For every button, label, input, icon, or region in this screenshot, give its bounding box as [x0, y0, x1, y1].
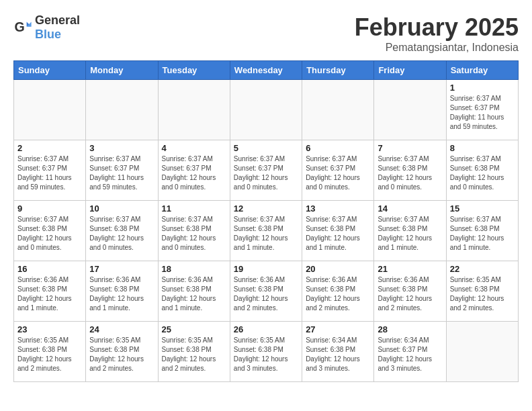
day-number: 20: [306, 264, 370, 274]
day-info: Sunrise: 6:37 AM Sunset: 6:37 PM Dayligh…: [234, 154, 298, 192]
day-info: Sunrise: 6:37 AM Sunset: 6:37 PM Dayligh…: [450, 94, 515, 132]
day-number: 15: [450, 203, 515, 214]
day-header-sunday: Sunday: [14, 61, 86, 80]
day-info: Sunrise: 6:36 AM Sunset: 6:38 PM Dayligh…: [162, 275, 226, 313]
day-info: Sunrise: 6:37 AM Sunset: 6:38 PM Dayligh…: [450, 154, 515, 192]
calendar: SundayMondayTuesdayWednesdayThursdayFrid…: [13, 60, 519, 382]
calendar-cell: 7Sunrise: 6:37 AM Sunset: 6:38 PM Daylig…: [374, 140, 446, 201]
day-info: Sunrise: 6:36 AM Sunset: 6:38 PM Dayligh…: [89, 275, 154, 313]
day-number: 7: [378, 143, 442, 153]
calendar-cell: [86, 80, 158, 140]
day-info: Sunrise: 6:36 AM Sunset: 6:38 PM Dayligh…: [378, 275, 442, 313]
page-header: G General Blue February 2025 Pematangsia…: [13, 13, 519, 54]
day-number: 17: [89, 264, 154, 274]
calendar-week-row: 2Sunrise: 6:37 AM Sunset: 6:37 PM Daylig…: [14, 140, 519, 201]
calendar-cell: 3Sunrise: 6:37 AM Sunset: 6:37 PM Daylig…: [86, 140, 158, 201]
day-info: Sunrise: 6:37 AM Sunset: 6:37 PM Dayligh…: [17, 154, 82, 192]
calendar-cell: 13Sunrise: 6:37 AM Sunset: 6:38 PM Dayli…: [302, 201, 374, 261]
calendar-cell: 12Sunrise: 6:37 AM Sunset: 6:38 PM Dayli…: [230, 201, 302, 261]
calendar-cell: [158, 80, 230, 140]
calendar-cell: 5Sunrise: 6:37 AM Sunset: 6:37 PM Daylig…: [230, 140, 302, 201]
day-number: 12: [234, 203, 298, 214]
calendar-week-row: 9Sunrise: 6:37 AM Sunset: 6:38 PM Daylig…: [14, 201, 519, 261]
location-title: Pematangsiantar, Indonesia: [355, 42, 519, 54]
calendar-cell: 1Sunrise: 6:37 AM Sunset: 6:37 PM Daylig…: [446, 80, 518, 140]
day-header-thursday: Thursday: [302, 61, 374, 80]
day-info: Sunrise: 6:37 AM Sunset: 6:38 PM Dayligh…: [306, 215, 370, 253]
calendar-cell: 4Sunrise: 6:37 AM Sunset: 6:37 PM Daylig…: [158, 140, 230, 201]
calendar-cell: 18Sunrise: 6:36 AM Sunset: 6:38 PM Dayli…: [158, 261, 230, 322]
day-info: Sunrise: 6:36 AM Sunset: 6:38 PM Dayligh…: [234, 275, 298, 313]
logo: G General Blue: [13, 13, 80, 42]
day-info: Sunrise: 6:34 AM Sunset: 6:37 PM Dayligh…: [378, 336, 442, 373]
day-info: Sunrise: 6:37 AM Sunset: 6:38 PM Dayligh…: [17, 215, 82, 253]
day-number: 2: [17, 143, 82, 153]
calendar-cell: 11Sunrise: 6:37 AM Sunset: 6:38 PM Dayli…: [158, 201, 230, 261]
day-header-saturday: Saturday: [446, 61, 518, 80]
title-area: February 2025 Pematangsiantar, Indonesia: [355, 13, 519, 54]
calendar-cell: 17Sunrise: 6:36 AM Sunset: 6:38 PM Dayli…: [86, 261, 158, 322]
logo-text-blue: Blue: [35, 28, 61, 41]
day-number: 3: [89, 143, 154, 153]
day-number: 9: [17, 203, 82, 214]
day-number: 11: [162, 203, 226, 214]
day-info: Sunrise: 6:37 AM Sunset: 6:38 PM Dayligh…: [378, 154, 442, 192]
day-number: 16: [17, 264, 82, 274]
calendar-cell: 22Sunrise: 6:35 AM Sunset: 6:38 PM Dayli…: [446, 261, 518, 322]
day-info: Sunrise: 6:37 AM Sunset: 6:38 PM Dayligh…: [89, 215, 154, 253]
calendar-cell: 14Sunrise: 6:37 AM Sunset: 6:38 PM Dayli…: [374, 201, 446, 261]
month-title: February 2025: [355, 13, 519, 42]
logo-icon: G: [13, 18, 32, 37]
day-header-wednesday: Wednesday: [230, 61, 302, 80]
calendar-cell: [374, 80, 446, 140]
calendar-cell: 28Sunrise: 6:34 AM Sunset: 6:37 PM Dayli…: [374, 322, 446, 382]
calendar-week-row: 23Sunrise: 6:35 AM Sunset: 6:38 PM Dayli…: [14, 322, 519, 382]
calendar-cell: [14, 80, 86, 140]
day-header-monday: Monday: [86, 61, 158, 80]
calendar-cell: 16Sunrise: 6:36 AM Sunset: 6:38 PM Dayli…: [14, 261, 86, 322]
day-number: 19: [234, 264, 298, 274]
calendar-cell: 26Sunrise: 6:35 AM Sunset: 6:38 PM Dayli…: [230, 322, 302, 382]
day-info: Sunrise: 6:37 AM Sunset: 6:37 PM Dayligh…: [89, 154, 154, 192]
day-info: Sunrise: 6:37 AM Sunset: 6:37 PM Dayligh…: [306, 154, 370, 192]
calendar-week-row: 16Sunrise: 6:36 AM Sunset: 6:38 PM Dayli…: [14, 261, 519, 322]
day-info: Sunrise: 6:36 AM Sunset: 6:38 PM Dayligh…: [17, 275, 82, 313]
calendar-cell: 10Sunrise: 6:37 AM Sunset: 6:38 PM Dayli…: [86, 201, 158, 261]
day-info: Sunrise: 6:35 AM Sunset: 6:38 PM Dayligh…: [162, 336, 226, 373]
day-info: Sunrise: 6:37 AM Sunset: 6:38 PM Dayligh…: [378, 215, 442, 253]
calendar-cell: 15Sunrise: 6:37 AM Sunset: 6:38 PM Dayli…: [446, 201, 518, 261]
day-number: 24: [89, 324, 154, 334]
calendar-cell: 19Sunrise: 6:36 AM Sunset: 6:38 PM Dayli…: [230, 261, 302, 322]
day-header-friday: Friday: [374, 61, 446, 80]
calendar-cell: 27Sunrise: 6:34 AM Sunset: 6:38 PM Dayli…: [302, 322, 374, 382]
day-info: Sunrise: 6:37 AM Sunset: 6:37 PM Dayligh…: [162, 154, 226, 192]
day-info: Sunrise: 6:35 AM Sunset: 6:38 PM Dayligh…: [450, 275, 515, 313]
calendar-cell: [446, 322, 518, 382]
day-info: Sunrise: 6:37 AM Sunset: 6:38 PM Dayligh…: [162, 215, 226, 253]
calendar-week-row: 1Sunrise: 6:37 AM Sunset: 6:37 PM Daylig…: [14, 80, 519, 140]
calendar-cell: 21Sunrise: 6:36 AM Sunset: 6:38 PM Dayli…: [374, 261, 446, 322]
calendar-cell: 23Sunrise: 6:35 AM Sunset: 6:38 PM Dayli…: [14, 322, 86, 382]
calendar-cell: 8Sunrise: 6:37 AM Sunset: 6:38 PM Daylig…: [446, 140, 518, 201]
calendar-cell: 25Sunrise: 6:35 AM Sunset: 6:38 PM Dayli…: [158, 322, 230, 382]
calendar-cell: 9Sunrise: 6:37 AM Sunset: 6:38 PM Daylig…: [14, 201, 86, 261]
calendar-cell: [302, 80, 374, 140]
day-number: 18: [162, 264, 226, 274]
day-number: 22: [450, 264, 515, 274]
calendar-cell: 2Sunrise: 6:37 AM Sunset: 6:37 PM Daylig…: [14, 140, 86, 201]
day-number: 25: [162, 324, 226, 334]
day-number: 8: [450, 143, 515, 153]
day-header-tuesday: Tuesday: [158, 61, 230, 80]
calendar-cell: 20Sunrise: 6:36 AM Sunset: 6:38 PM Dayli…: [302, 261, 374, 322]
day-info: Sunrise: 6:37 AM Sunset: 6:38 PM Dayligh…: [450, 215, 515, 253]
day-info: Sunrise: 6:35 AM Sunset: 6:38 PM Dayligh…: [234, 336, 298, 373]
day-info: Sunrise: 6:35 AM Sunset: 6:38 PM Dayligh…: [17, 336, 82, 373]
day-number: 14: [378, 203, 442, 214]
calendar-cell: 24Sunrise: 6:35 AM Sunset: 6:38 PM Dayli…: [86, 322, 158, 382]
day-number: 13: [306, 203, 370, 214]
calendar-header-row: SundayMondayTuesdayWednesdayThursdayFrid…: [14, 61, 519, 80]
day-info: Sunrise: 6:36 AM Sunset: 6:38 PM Dayligh…: [306, 275, 370, 313]
day-number: 26: [234, 324, 298, 334]
day-number: 27: [306, 324, 370, 334]
logo-text-general: General: [35, 13, 80, 27]
